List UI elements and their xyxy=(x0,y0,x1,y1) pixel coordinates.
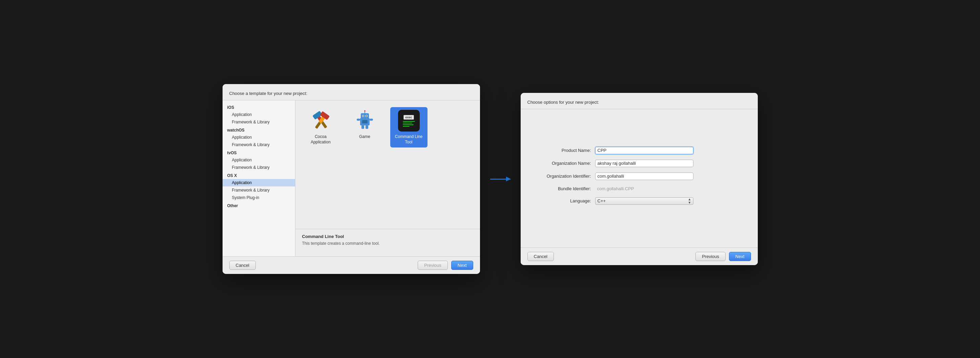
bundle-identifier-label: Bundle Identifier: xyxy=(527,186,595,191)
command-line-tool-label: Command Line Tool xyxy=(393,134,425,145)
product-name-row: Product Name: xyxy=(527,147,751,154)
sidebar-item-tvos-framework[interactable]: Framework & Library xyxy=(223,164,295,171)
sidebar-section-osx: OS X xyxy=(223,171,295,179)
svg-rect-14 xyxy=(362,120,368,123)
bundle-identifier-value: com.gollahalli.CPP xyxy=(595,185,694,192)
sidebar-item-osx-application[interactable]: Application xyxy=(223,179,295,187)
right-previous-button[interactable]: Previous xyxy=(695,252,725,261)
svg-rect-5 xyxy=(315,122,321,129)
product-name-label: Product Name: xyxy=(527,148,595,153)
organization-name-input[interactable] xyxy=(595,160,694,167)
main-container: Choose a template for your new project: … xyxy=(223,84,758,274)
svg-rect-7 xyxy=(361,113,369,119)
cocoa-application-icon xyxy=(310,110,332,131)
description-text: This template creates a command-line too… xyxy=(302,241,473,246)
sidebar-item-ios-framework[interactable]: Framework & Library xyxy=(223,118,295,126)
sidebar-section-watchos: watchOS xyxy=(223,126,295,134)
language-select[interactable]: C++ C Objective-C Swift xyxy=(595,197,694,205)
sidebar: iOS Application Framework & Library watc… xyxy=(223,100,295,256)
right-cancel-button[interactable]: Cancel xyxy=(527,252,554,261)
description-area: Command Line Tool This template creates … xyxy=(295,229,480,256)
svg-point-11 xyxy=(366,116,367,117)
left-dialog: Choose a template for your new project: … xyxy=(223,84,480,274)
sidebar-section-ios: iOS xyxy=(223,103,295,111)
organization-identifier-row: Organization Identifier: xyxy=(527,173,751,180)
sidebar-item-osx-framework[interactable]: Framework & Library xyxy=(223,187,295,194)
template-game[interactable]: Game xyxy=(346,107,383,147)
sidebar-item-osx-plugin[interactable]: System Plug-in xyxy=(223,194,295,201)
left-dialog-title: Choose a template for your new project: xyxy=(223,84,480,100)
template-cocoa-application[interactable]: Cocoa Application xyxy=(302,107,339,147)
language-select-wrapper: C++ C Objective-C Swift ▲ ▼ xyxy=(595,197,694,205)
left-dialog-footer: Cancel Previous Next xyxy=(223,256,480,274)
sidebar-item-ios-application[interactable]: Application xyxy=(223,111,295,118)
organization-name-label: Organization Name: xyxy=(527,161,595,166)
left-footer-right: Previous Next xyxy=(418,261,473,270)
description-title: Command Line Tool xyxy=(302,234,473,239)
game-icon xyxy=(354,110,375,131)
organization-name-row: Organization Name: xyxy=(527,160,751,167)
svg-rect-16 xyxy=(366,125,368,129)
language-label: Language: xyxy=(527,198,595,203)
language-row: Language: C++ C Objective-C Swift ▲ ▼ xyxy=(527,197,751,205)
bundle-identifier-row: Bundle Identifier: com.gollahalli.CPP xyxy=(527,185,751,192)
right-next-button[interactable]: Next xyxy=(729,252,751,261)
right-dialog: Choose options for your new project: Pro… xyxy=(521,93,758,265)
svg-rect-17 xyxy=(357,119,360,121)
right-dialog-title: Choose options for your new project: xyxy=(521,93,758,109)
command-line-tool-icon: exec xyxy=(398,110,420,131)
template-command-line-tool[interactable]: exec Command Line Tool xyxy=(390,107,428,147)
left-cancel-button[interactable]: Cancel xyxy=(229,261,256,270)
svg-point-13 xyxy=(364,110,366,112)
organization-identifier-input[interactable] xyxy=(595,173,694,180)
exec-badge: exec xyxy=(403,115,414,120)
game-label: Game xyxy=(359,134,370,140)
sidebar-section-other: Other xyxy=(223,201,295,209)
sidebar-item-watchos-framework[interactable]: Framework & Library xyxy=(223,141,295,149)
svg-point-10 xyxy=(363,116,363,117)
right-dialog-footer: Cancel Previous Next xyxy=(521,248,758,265)
templates-grid: Cocoa Application xyxy=(295,100,480,229)
navigation-arrow xyxy=(490,179,511,180)
arrow-container xyxy=(480,179,521,180)
sidebar-section-tvos: tvOS xyxy=(223,149,295,156)
left-next-button[interactable]: Next xyxy=(451,261,473,270)
product-name-input[interactable] xyxy=(595,147,694,154)
organization-identifier-label: Organization Identifier: xyxy=(527,174,595,179)
form-area: Product Name: Organization Name: Organiz… xyxy=(521,125,758,232)
sidebar-item-watchos-application[interactable]: Application xyxy=(223,134,295,141)
content-area: Cocoa Application xyxy=(295,100,480,256)
sidebar-item-tvos-application[interactable]: Application xyxy=(223,156,295,164)
left-dialog-body: iOS Application Framework & Library watc… xyxy=(223,100,480,256)
svg-rect-18 xyxy=(369,119,373,121)
svg-rect-15 xyxy=(361,125,364,129)
right-footer-right: Previous Next xyxy=(695,252,751,261)
left-previous-button[interactable]: Previous xyxy=(418,261,448,270)
right-dialog-body: Product Name: Organization Name: Organiz… xyxy=(521,109,758,265)
cocoa-application-label: Cocoa Application xyxy=(305,134,337,145)
